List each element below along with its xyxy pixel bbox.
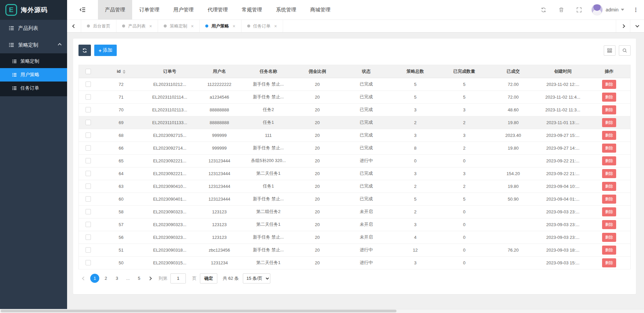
topnav-tab[interactable]: 产品管理 [98,0,132,19]
cell-task: 新手任务 禁止... [244,244,293,256]
page-number[interactable]: 1 [90,274,99,283]
page-tab[interactable]: 后台首页 [81,20,116,32]
sidebar-item-product-list[interactable]: 产品列表 [0,20,67,37]
delete-button[interactable]: 删除 [602,195,616,204]
row-checkbox[interactable] [86,145,91,151]
page-tab-label: 后台首页 [93,23,110,29]
sidebar-collapse-button[interactable] [67,0,98,19]
avatar[interactable] [591,4,603,15]
row-checkbox[interactable] [86,107,91,112]
goto-page-input[interactable] [170,273,186,283]
brand-name: 海外源码 [21,6,48,14]
add-button[interactable]: + 添加 [94,45,117,56]
delete-button[interactable]: 删除 [602,131,616,140]
page-number[interactable]: 5 [135,274,144,283]
row-checkbox[interactable] [86,158,91,163]
sidebar-subitem[interactable]: 任务订单 [0,82,67,95]
row-checkbox[interactable] [86,120,91,125]
topnav-tab[interactable]: 常规管理 [235,0,269,19]
cell-user: 123123 [195,205,244,218]
row-checkbox[interactable] [86,171,91,176]
row-checkbox[interactable] [86,209,91,214]
search-button[interactable] [619,45,631,56]
delete-button[interactable]: 删除 [602,144,616,153]
select-all-checkbox[interactable] [86,69,91,74]
row-checkbox[interactable] [86,184,91,189]
user-dropdown-caret-icon[interactable] [621,9,624,11]
delete-button[interactable]: 删除 [602,246,616,255]
delete-button[interactable]: 删除 [602,118,616,127]
topnav-tab[interactable]: 代理管理 [201,0,235,19]
delete-button[interactable]: 删除 [602,220,616,229]
row-checkbox[interactable] [86,196,91,202]
cell-total: 3 [391,256,440,269]
topnav-tab[interactable]: 用户管理 [166,0,201,19]
topnav-tab[interactable]: 系统管理 [269,0,303,19]
cell-status: 已完成 [342,116,391,129]
delete-button[interactable]: 删除 [602,258,616,267]
select-all-header [79,65,98,78]
delete-button[interactable]: 删除 [602,169,616,178]
sidebar-subitem[interactable]: 策略定制 [0,55,67,68]
page-size-select[interactable]: 15 条/页 [243,273,270,283]
cell-user: 123123444 [195,154,244,167]
page-tab[interactable]: 策略定制× [158,20,200,32]
tabs-scroll-left-button[interactable] [67,20,81,32]
page-number[interactable]: 2 [101,274,110,283]
cell-status: 进行中 [342,244,391,256]
fullscreen-icon[interactable] [576,7,582,13]
row-checkbox[interactable] [86,260,91,265]
trash-icon[interactable] [558,7,564,13]
delete-button[interactable]: 删除 [602,105,616,114]
row-actions-cell: 删除 [588,205,630,218]
confirm-page-button[interactable]: 确定 [200,273,217,283]
close-icon[interactable]: × [274,23,277,29]
row-checkbox[interactable] [86,234,91,240]
cell-status: 已完成 [342,180,391,193]
toggle-columns-button[interactable] [604,45,615,56]
logo[interactable]: E 海外源码 [0,0,67,20]
tabs-scroll-right-button[interactable] [616,20,630,32]
cell-done: 0 [440,231,489,244]
topnav-tab[interactable]: 商城管理 [303,0,337,19]
row-checkbox[interactable] [86,133,91,138]
sidebar-subitem[interactable]: 用户策略 [0,68,67,82]
close-icon[interactable]: × [191,23,194,29]
row-select-cell [79,103,98,116]
page-tab[interactable]: 用户策略× [200,20,241,32]
cell-deal [489,154,538,167]
delete-button[interactable]: 删除 [602,156,616,165]
page-tab[interactable]: 产品列表× [116,20,158,32]
page-tab[interactable]: 任务订单× [241,20,283,32]
sidebar-item-strategy[interactable]: 策略定制 [0,37,67,53]
cell-status: 已完成 [342,193,391,205]
row-checkbox[interactable] [86,82,91,87]
row-checkbox[interactable] [86,247,91,253]
refresh-table-button[interactable] [78,45,91,56]
more-menu-icon[interactable]: ⋮ [633,6,639,13]
cell-done: 3 [440,129,489,142]
delete-button[interactable]: 删除 [602,182,616,191]
cell-id: 68 [98,129,145,142]
horizontal-scrollbar-thumb[interactable] [1,310,396,312]
topnav-tab[interactable]: 订单管理 [132,0,166,19]
tabs-menu-button[interactable] [630,20,644,32]
cell-deal [489,231,538,244]
next-page-button[interactable] [149,276,151,281]
prev-page-button[interactable] [83,276,85,281]
close-icon[interactable]: × [149,23,152,29]
close-icon[interactable]: × [232,23,235,29]
sort-icon[interactable] [123,70,125,74]
refresh-icon[interactable] [541,7,546,13]
total-count: 共 62 条 [223,275,239,281]
user-name[interactable]: admin [606,7,619,12]
delete-button[interactable]: 删除 [602,80,616,89]
row-checkbox[interactable] [86,222,91,227]
page-number[interactable]: 3 [112,274,121,283]
delete-button[interactable]: 删除 [602,207,616,216]
delete-button[interactable]: 删除 [602,233,616,242]
row-checkbox[interactable] [86,94,91,100]
delete-button[interactable]: 删除 [602,93,616,102]
cell-task: 第二组任务2 [244,205,293,218]
column-header: 状态 [342,65,391,78]
